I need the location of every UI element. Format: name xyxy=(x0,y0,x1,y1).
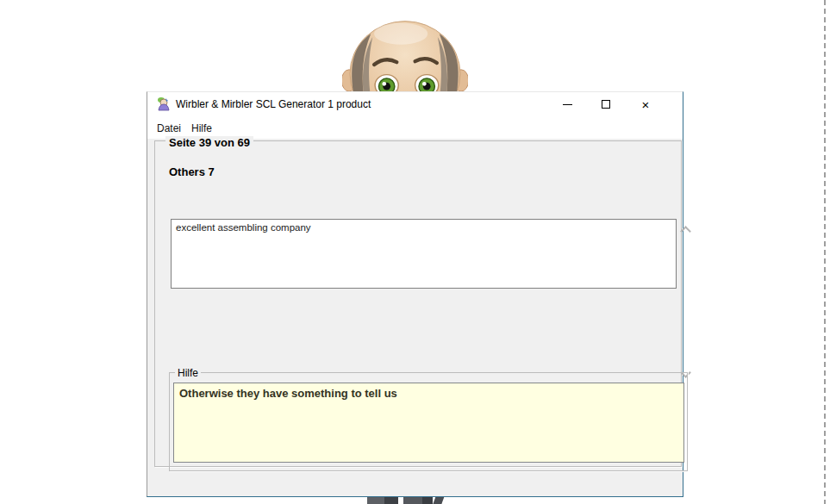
minimize-button[interactable] xyxy=(548,92,586,116)
answer-text: excellent assembling company xyxy=(176,222,311,233)
help-textbox[interactable]: Otherwise they have something to tell us xyxy=(173,383,684,463)
help-text: Otherwise they have something to tell us xyxy=(179,387,397,400)
cartoon-head-image xyxy=(342,10,468,96)
foot-shape xyxy=(433,496,444,504)
foot-shape xyxy=(367,496,384,504)
foot-shape xyxy=(422,496,433,504)
maximize-icon xyxy=(602,100,610,109)
foot-shape xyxy=(403,496,422,504)
maximize-button[interactable] xyxy=(587,92,625,116)
answer-textarea[interactable]: excellent assembling company xyxy=(171,219,677,289)
window-title: Wirbler & Mirbler SCL Generator 1 produc… xyxy=(176,98,371,110)
page-groupbox: Seite 39 von 69 Others 7 excellent assem… xyxy=(154,140,682,467)
title-bar[interactable]: Wirbler & Mirbler SCL Generator 1 produc… xyxy=(147,92,683,116)
help-groupbox-label: Hilfe xyxy=(175,367,201,379)
foot-shape xyxy=(384,496,398,504)
app-icon xyxy=(156,96,171,111)
minimize-icon xyxy=(563,104,572,105)
question-label: Others 7 xyxy=(169,165,215,178)
cartoon-head-icon xyxy=(342,10,468,92)
menu-item-hilfe[interactable]: Hilfe xyxy=(188,121,215,136)
close-icon: × xyxy=(642,98,650,111)
page-background: { "window": { "title": "Wirbler & Mirble… xyxy=(0,0,830,504)
page-groupbox-label: Seite 39 von 69 xyxy=(165,136,253,149)
menu-item-datei[interactable]: Datei xyxy=(153,121,184,136)
client-area: Seite 39 von 69 Others 7 excellent assem… xyxy=(147,139,683,496)
screen-edge-dashed-line xyxy=(824,0,826,504)
cartoon-feet-image xyxy=(365,496,460,504)
scrollbar-up-icon[interactable] xyxy=(680,226,691,237)
close-button[interactable]: × xyxy=(627,92,665,116)
help-groupbox: Hilfe Otherwise they have something to t… xyxy=(169,372,688,471)
app-window: Wirbler & Mirbler SCL Generator 1 produc… xyxy=(147,91,683,497)
